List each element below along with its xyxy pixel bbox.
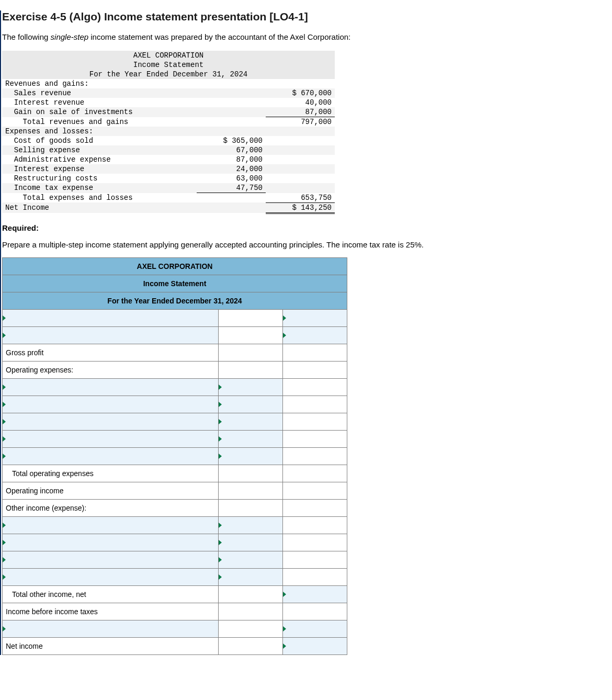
required-header: Required:: [2, 223, 612, 232]
ans-other-income-header: Other income (expense):: [3, 499, 219, 516]
ans-other1-label[interactable]: [3, 516, 219, 534]
ss-selling-label: Selling expense: [2, 145, 197, 155]
ans-opex-header: Operating expenses:: [3, 361, 219, 378]
ss-statement-title: Income Statement: [2, 60, 335, 70]
lead-pre: The following: [2, 32, 51, 41]
ans-opex3-amt[interactable]: [219, 413, 283, 430]
ss-revenues-header: Revenues and gains:: [2, 79, 197, 88]
answer-income-statement: AXEL CORPORATION Income Statement For th…: [2, 257, 347, 655]
ans-total-opex-label: Total operating expenses: [3, 465, 219, 482]
ss-restructuring-amount: 63,000: [197, 174, 266, 183]
ss-interest-revenue-label: Interest revenue: [2, 98, 197, 107]
ss-total-expenses-amount: 653,750: [266, 193, 335, 203]
ans-opex4-amt[interactable]: [219, 430, 283, 447]
ans-gross-profit-label: Gross profit: [3, 344, 219, 361]
lead-paragraph: The following single-step income stateme…: [2, 32, 612, 41]
ss-admin-amount: 87,000: [197, 155, 266, 164]
lead-post: income statement was prepared by the acc…: [88, 32, 350, 41]
ss-company: AXEL CORPORATION: [2, 51, 335, 60]
ans-statement-title: Income Statement: [3, 275, 347, 292]
ans-opex1-amt[interactable]: [219, 378, 283, 396]
ss-tax-label: Income tax expense: [2, 183, 197, 193]
ans-other1-amt[interactable]: [219, 516, 283, 534]
ss-interest-expense-amount: 24,000: [197, 164, 266, 174]
ans-opex2-amt[interactable]: [219, 396, 283, 413]
ans-other3-amt[interactable]: [219, 551, 283, 568]
ss-admin-label: Administrative expense: [2, 155, 197, 164]
ans-period: For the Year Ended December 31, 2024: [3, 292, 347, 309]
required-text: Prepare a multiple-step income statement…: [2, 240, 612, 249]
ans-other2-amt[interactable]: [219, 534, 283, 551]
ans-total-other-label: Total other income, net: [3, 585, 219, 603]
single-step-income-statement: AXEL CORPORATION Income Statement For th…: [2, 51, 335, 214]
ans-opex4-label[interactable]: [3, 430, 219, 447]
ss-total-expenses-label: Total expenses and losses: [2, 193, 197, 203]
ans-other2-label[interactable]: [3, 534, 219, 551]
ans-pretax-label: Income before income taxes: [3, 603, 219, 620]
ans-opex2-label[interactable]: [3, 396, 219, 413]
ss-expenses-header: Expenses and losses:: [2, 127, 197, 136]
ans-line2-amt[interactable]: [283, 326, 347, 344]
ss-cogs-amount: $ 365,000: [197, 136, 266, 145]
ss-net-income-label: Net Income: [2, 202, 197, 213]
ss-sales-amount: $ 670,000: [266, 88, 335, 98]
ans-other3-label[interactable]: [3, 551, 219, 568]
ans-other4-amt[interactable]: [219, 568, 283, 585]
ans-line2-label[interactable]: [3, 326, 219, 344]
ss-total-revenues-label: Total revenues and gains: [2, 117, 197, 127]
ss-selling-amount: 67,000: [197, 145, 266, 155]
ans-total-other-amt[interactable]: [283, 585, 347, 603]
ans-net-income-label: Net income: [3, 637, 219, 654]
ans-opex5-amt[interactable]: [219, 447, 283, 465]
ans-tax-label[interactable]: [3, 620, 219, 637]
ss-cogs-label: Cost of goods sold: [2, 136, 197, 145]
ans-opex1-label[interactable]: [3, 378, 219, 396]
ss-tax-amount: 47,750: [197, 183, 266, 193]
ans-operating-income-label: Operating income: [3, 482, 219, 499]
ss-period: For the Year Ended December 31, 2024: [2, 70, 335, 79]
ans-line1-amt[interactable]: [283, 309, 347, 326]
ss-gain-label: Gain on sale of investments: [2, 107, 197, 117]
ss-interest-expense-label: Interest expense: [2, 164, 197, 174]
ans-opex3-label[interactable]: [3, 413, 219, 430]
ss-restructuring-label: Restructuring costs: [2, 174, 197, 183]
ans-company: AXEL CORPORATION: [3, 257, 347, 275]
ss-interest-revenue-amount: 40,000: [266, 98, 335, 107]
ss-sales-label: Sales revenue: [2, 88, 197, 98]
ans-tax-amt[interactable]: [283, 620, 347, 637]
ss-net-income-amount: $ 143,250: [266, 202, 335, 213]
ans-net-income-amt[interactable]: [283, 637, 347, 654]
lead-emphasis: single-step: [51, 32, 89, 41]
ans-opex5-label[interactable]: [3, 447, 219, 465]
exercise-title: Exercise 4-5 (Algo) Income statement pre…: [2, 10, 612, 23]
ss-total-revenues-amount: 797,000: [266, 117, 335, 127]
ss-gain-amount: 87,000: [266, 107, 335, 117]
ans-line1-label[interactable]: [3, 309, 219, 326]
ans-other4-label[interactable]: [3, 568, 219, 585]
